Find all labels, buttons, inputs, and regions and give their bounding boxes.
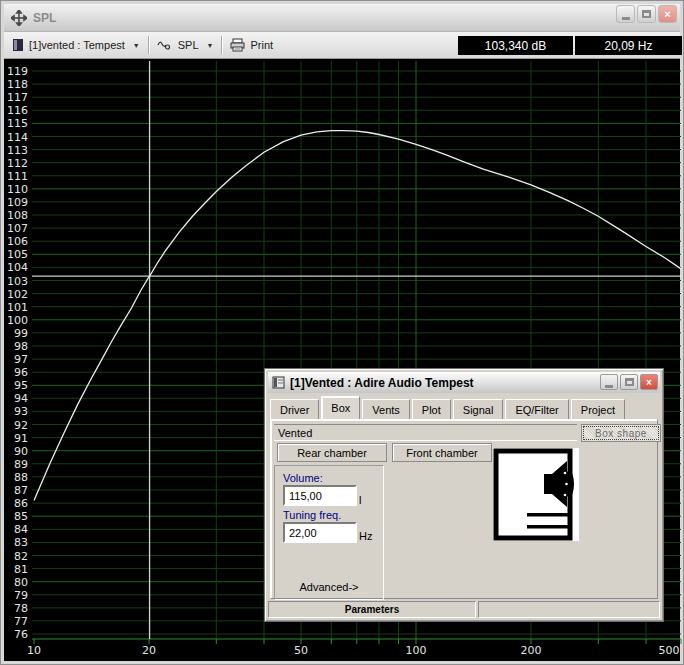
spl-window: SPL × [1]vented : Tempest ▼ SPL ▼ bbox=[0, 0, 684, 665]
y-tick-label: 97 bbox=[14, 353, 28, 366]
document-icon bbox=[272, 376, 285, 389]
y-tick-label: 84 bbox=[14, 523, 28, 536]
tab-vents[interactable]: Vents bbox=[362, 399, 410, 419]
y-tick-label: 102 bbox=[7, 288, 28, 301]
y-tick-label: 99 bbox=[14, 327, 28, 340]
dialog-close-button[interactable]: × bbox=[640, 374, 658, 390]
tab-project[interactable]: Project bbox=[571, 399, 625, 419]
front-chamber-button[interactable]: Front chamber bbox=[392, 443, 492, 462]
tuning-freq-input[interactable]: 22,00 bbox=[283, 522, 357, 543]
dialog-status-bar: Parameters bbox=[268, 601, 660, 618]
y-tick-label: 93 bbox=[14, 405, 28, 418]
y-tick-label: 82 bbox=[14, 550, 28, 563]
minimize-icon bbox=[605, 385, 613, 388]
dialog-minimize-button[interactable] bbox=[600, 374, 618, 390]
box-tab-page: Vented Box shape Rear chamber Front cham… bbox=[270, 419, 658, 599]
y-tick-label: 109 bbox=[7, 196, 28, 209]
rear-chamber-button[interactable]: Rear chamber bbox=[277, 443, 387, 462]
rear-chamber-panel: Volume: 115,00 l Tuning freq. 22,00 Hz A… bbox=[274, 465, 384, 600]
dialog-maximize-button[interactable] bbox=[620, 374, 638, 390]
tab-plot[interactable]: Plot bbox=[412, 399, 451, 419]
y-tick-label: 88 bbox=[14, 471, 28, 484]
tab-eq-filter[interactable]: EQ/Filter bbox=[505, 399, 568, 419]
y-tick-label: 91 bbox=[14, 432, 28, 445]
y-tick-label: 86 bbox=[14, 497, 28, 510]
y-tick-label: 98 bbox=[14, 340, 28, 353]
y-tick-label: 94 bbox=[14, 392, 28, 405]
y-tick-label: 90 bbox=[14, 445, 28, 458]
y-tick-label: 78 bbox=[14, 602, 28, 615]
tuning-freq-label: Tuning freq. bbox=[283, 509, 341, 521]
y-tick-label: 107 bbox=[7, 222, 28, 235]
y-tick-label: 116 bbox=[7, 104, 28, 117]
y-tick-label: 115 bbox=[7, 117, 28, 130]
y-tick-label: 95 bbox=[14, 379, 28, 392]
maximize-icon bbox=[625, 378, 634, 386]
y-tick-label: 81 bbox=[14, 563, 28, 576]
x-tick-label: 200 bbox=[521, 644, 542, 657]
y-tick-label: 80 bbox=[14, 576, 28, 589]
y-tick-label: 112 bbox=[7, 157, 28, 170]
y-tick-label: 113 bbox=[7, 144, 28, 157]
y-tick-label: 100 bbox=[7, 314, 28, 327]
box-cross-section-diagram bbox=[493, 448, 579, 541]
volume-label: Volume: bbox=[283, 472, 323, 484]
y-tick-label: 76 bbox=[14, 628, 28, 641]
tab-box[interactable]: Box bbox=[321, 396, 360, 419]
box-shape-button[interactable]: Box shape bbox=[581, 424, 661, 442]
y-tick-label: 83 bbox=[14, 536, 28, 549]
x-tick-label: 50 bbox=[294, 644, 308, 657]
x-tick-label: 500 bbox=[659, 644, 680, 657]
y-tick-label: 104 bbox=[7, 261, 28, 274]
dialog-tabs: DriverBoxVentsPlotSignalEQ/FilterProject bbox=[270, 397, 658, 419]
volume-input[interactable]: 115,00 bbox=[283, 485, 357, 506]
status-panel-empty bbox=[478, 601, 660, 618]
y-tick-label: 87 bbox=[14, 484, 28, 497]
box-parameters-dialog: [1]Vented : Adire Audio Tempest × Driver… bbox=[264, 368, 664, 622]
y-tick-label: 101 bbox=[7, 301, 28, 314]
tab-driver[interactable]: Driver bbox=[270, 399, 319, 419]
tuning-freq-unit: Hz bbox=[359, 530, 372, 542]
y-tick-label: 79 bbox=[14, 589, 28, 602]
status-panel-parameters[interactable]: Parameters bbox=[268, 601, 476, 618]
y-tick-label: 119 bbox=[7, 65, 28, 78]
tab-signal[interactable]: Signal bbox=[453, 399, 504, 419]
y-tick-label: 111 bbox=[7, 170, 28, 183]
y-tick-label: 106 bbox=[7, 235, 28, 248]
y-tick-label: 117 bbox=[7, 91, 28, 104]
y-tick-label: 96 bbox=[14, 366, 28, 379]
y-tick-label: 85 bbox=[14, 510, 28, 523]
y-tick-label: 92 bbox=[14, 419, 28, 432]
x-tick-label: 20 bbox=[142, 644, 156, 657]
box-type-value: Vented bbox=[278, 427, 312, 439]
x-tick-label: 10 bbox=[27, 644, 41, 657]
close-icon: × bbox=[646, 377, 652, 388]
advanced-button[interactable]: Advanced-> bbox=[275, 581, 383, 593]
y-tick-label: 118 bbox=[7, 78, 28, 91]
y-tick-label: 103 bbox=[7, 275, 28, 288]
dialog-caption-buttons: × bbox=[600, 374, 658, 390]
box-type-panel: Vented bbox=[274, 424, 577, 441]
y-tick-label: 77 bbox=[14, 615, 28, 628]
y-tick-label: 105 bbox=[7, 248, 28, 261]
y-tick-label: 89 bbox=[14, 458, 28, 471]
volume-unit: l bbox=[359, 494, 361, 506]
x-tick-label: 100 bbox=[406, 644, 427, 657]
y-tick-label: 110 bbox=[7, 183, 28, 196]
dialog-title: [1]Vented : Adire Audio Tempest bbox=[290, 376, 474, 390]
y-tick-label: 108 bbox=[7, 209, 28, 222]
y-tick-label: 114 bbox=[7, 131, 28, 144]
